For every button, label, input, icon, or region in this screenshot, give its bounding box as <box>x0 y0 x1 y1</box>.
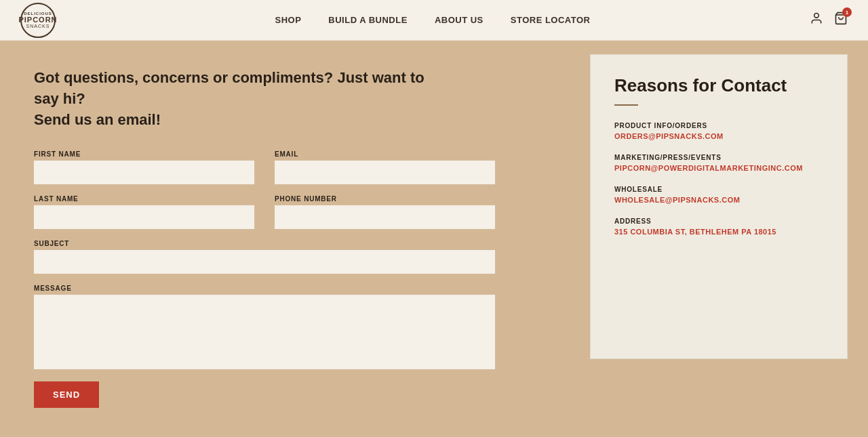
header-icons: 1 <box>810 12 848 28</box>
send-button[interactable]: SEND <box>34 381 99 408</box>
reason-email-0[interactable]: ORDERS@PIPSNACKS.COM <box>614 132 823 140</box>
phone-label: PHONE NUMBER <box>275 195 495 203</box>
message-textarea[interactable] <box>34 295 495 369</box>
form-grid: FIRST NAME EMAIL LAST NAME PHONE NUMBER <box>34 150 495 369</box>
cart-button[interactable]: 1 <box>834 12 848 28</box>
phone-input[interactable] <box>275 205 495 229</box>
reasons-divider <box>614 104 638 106</box>
reason-email-3: 315 COLUMBIA ST, BETHLEHEM PA 18015 <box>614 228 823 236</box>
nav-store-locator[interactable]: STORE LOCATOR <box>511 15 591 25</box>
main-nav: SHOP BUILD A BUNDLE ABOUT US STORE LOCAT… <box>275 15 591 25</box>
email-label: EMAIL <box>275 150 495 158</box>
reason-item-3: ADDRESS 315 COLUMBIA ST, BETHLEHEM PA 18… <box>614 217 823 236</box>
header: Delicious PIPCORN Snacks SHOP BUILD A BU… <box>0 0 868 41</box>
account-button[interactable] <box>810 12 823 28</box>
reason-category-3: ADDRESS <box>614 217 823 225</box>
first-name-input[interactable] <box>34 161 254 184</box>
logo[interactable]: Delicious PIPCORN Snacks <box>20 3 56 38</box>
reason-email-1[interactable]: PIPCORN@POWERDIGITALMARKETINGINC.COM <box>614 164 823 172</box>
reason-email-2[interactable]: WHOLESALE@PIPSNACKS.COM <box>614 196 823 204</box>
first-name-field: FIRST NAME <box>34 150 254 184</box>
main-content: Got questions, concerns or compliments? … <box>0 41 868 437</box>
message-field: MESSAGE <box>34 285 495 369</box>
reason-category-2: WHOLESALE <box>614 186 823 193</box>
email-input[interactable] <box>275 161 495 184</box>
last-name-field: LAST NAME <box>34 195 254 229</box>
reason-category-0: PRODUCT INFO/ORDERS <box>614 122 823 129</box>
last-name-label: LAST NAME <box>34 195 254 203</box>
reason-category-1: MARKETING/PRESS/EVENTS <box>614 154 823 161</box>
svg-point-0 <box>814 14 819 18</box>
reason-item-2: WHOLESALE WHOLESALE@PIPSNACKS.COM <box>614 186 823 204</box>
logo-circle: Delicious PIPCORN Snacks <box>20 3 56 38</box>
first-name-label: FIRST NAME <box>34 150 254 158</box>
last-name-input[interactable] <box>34 205 254 229</box>
reasons-panel: Reasons for Contact PRODUCT INFO/ORDERS … <box>590 54 848 359</box>
reasons-title: Reasons for Contact <box>614 75 823 96</box>
subject-label: SUBJECT <box>34 240 495 247</box>
subject-input[interactable] <box>34 250 495 274</box>
user-icon <box>810 12 823 25</box>
reason-item-0: PRODUCT INFO/ORDERS ORDERS@PIPSNACKS.COM <box>614 122 823 140</box>
email-field: EMAIL <box>275 150 495 184</box>
subject-field: SUBJECT <box>34 240 495 274</box>
nav-shop[interactable]: SHOP <box>275 15 302 25</box>
cart-badge: 1 <box>842 7 852 17</box>
message-label: MESSAGE <box>34 285 495 292</box>
nav-about-us[interactable]: ABOUT US <box>435 15 484 25</box>
reason-item-1: MARKETING/PRESS/EVENTS PIPCORN@POWERDIGI… <box>614 154 823 172</box>
logo-text-main: PIPCORN <box>18 16 57 24</box>
phone-field: PHONE NUMBER <box>275 195 495 229</box>
logo-text-bottom: Snacks <box>26 24 50 28</box>
nav-build-bundle[interactable]: BUILD A BUNDLE <box>328 15 408 25</box>
page-headline: Got questions, concerns or compliments? … <box>34 68 441 130</box>
